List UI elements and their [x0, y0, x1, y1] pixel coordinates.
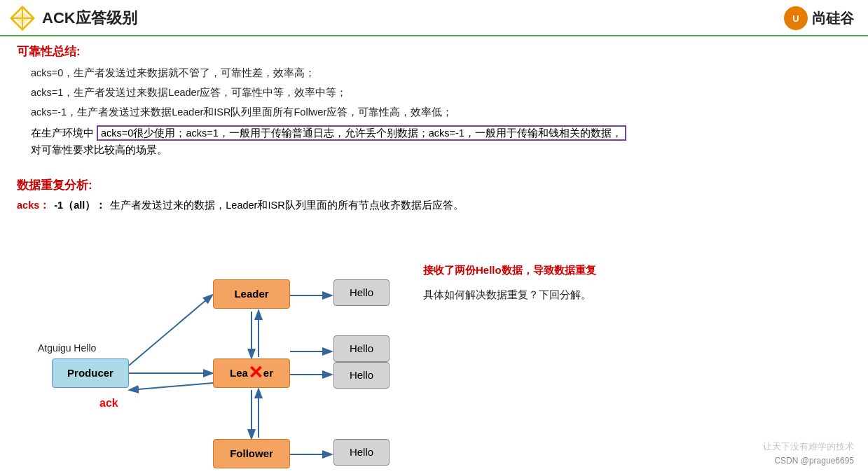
brand-logo: U 尚硅谷 — [784, 6, 854, 30]
svg-line-14 — [130, 383, 213, 390]
acks-label: acks： — [17, 199, 50, 212]
diagram-info: 接收了两份Hello数据，导致数据重复 具体如何解决数据重复？下回分解。 — [423, 264, 661, 302]
section-reliability: 可靠性总结: acks=0，生产者发送过来数据就不管了，可靠性差，效率高； ac… — [17, 43, 851, 159]
highlight-box: acks=0很少使用；acks=1，一般用于传输普通日志，允许丢个别数据；ack… — [97, 125, 626, 141]
spacer — [17, 163, 851, 173]
producer-box: Producer — [52, 358, 129, 388]
acks-desc: 生产者发送过来的数据，Leader和ISR队列里面的所有节点收齐数据后应答。 — [110, 199, 463, 212]
hello-box-1: Hello — [333, 279, 390, 306]
ack-label: ack — [99, 397, 118, 410]
hello-box-follower: Hello — [333, 439, 390, 466]
highlight-text: acks=0很少使用；acks=1，一般用于传输普通日志，允许丢个别数据；ack… — [101, 127, 622, 139]
watermark-text: 让天下没有难学的技术 — [763, 440, 854, 453]
resolve-text: 具体如何解决数据重复？下回分解。 — [423, 288, 661, 302]
acksneg1-line: acks=-1，生产者发送过来数据Leader和ISR队列里面所有Follwer… — [31, 104, 851, 120]
diagram-area: Atguigu Hello Producer Leader Lea ✕ er F… — [17, 222, 851, 474]
acks-description-line: acks： -1（all）： 生产者发送过来的数据，Leader和ISR队列里面… — [17, 199, 851, 212]
duplicate-title: 数据重复分析: — [17, 177, 851, 193]
production-prefix: 在生产环境中 — [31, 127, 94, 139]
leader-mid-text2: er — [263, 367, 273, 379]
reliability-title: 可靠性总结: — [17, 43, 851, 60]
leader-mid-box: Lea ✕ er — [213, 358, 290, 388]
csdn-text: CSDN @prague6695 — [774, 456, 854, 466]
sgg-icon: U — [784, 6, 808, 30]
acks1-line: acks=1，生产者发送过来数据Leader应答，可靠性中等，效率中等； — [31, 85, 851, 101]
acks-value: -1（all）： — [54, 199, 106, 212]
main-content: 可靠性总结: acks=0，生产者发送过来数据就不管了，可靠性差，效率高； ac… — [0, 36, 868, 474]
page-title: ACK应答级别 — [42, 8, 137, 29]
svg-line-4 — [129, 295, 212, 365]
diamond-logo-icon — [10, 6, 35, 31]
leader-top-box: Leader — [213, 279, 290, 309]
header: ACK应答级别 U 尚硅谷 — [0, 0, 868, 36]
red-x-icon: ✕ — [248, 362, 263, 384]
leader-mid-text: Lea — [230, 367, 248, 379]
hello-box-3: Hello — [333, 362, 390, 389]
production-suffix: 对可靠性要求比较高的场景。 — [31, 144, 167, 155]
brand-name: 尚硅谷 — [812, 9, 854, 28]
production-line: 在生产环境中 acks=0很少使用；acks=1，一般用于传输普通日志，允许丢个… — [31, 125, 851, 159]
hello-box-2: Hello — [333, 335, 390, 362]
duplicate-text: 接收了两份Hello数据，导致数据重复 — [423, 264, 661, 277]
follower-box: Follower — [213, 439, 290, 468]
acks0-line: acks=0，生产者发送过来数据就不管了，可靠性差，效率高； — [31, 65, 851, 81]
atguigu-label: Atguigu Hello — [38, 342, 96, 354]
section-duplicate: 数据重复分析: acks： -1（all）： 生产者发送过来的数据，Leader… — [17, 177, 851, 474]
header-left: ACK应答级别 — [10, 6, 137, 31]
